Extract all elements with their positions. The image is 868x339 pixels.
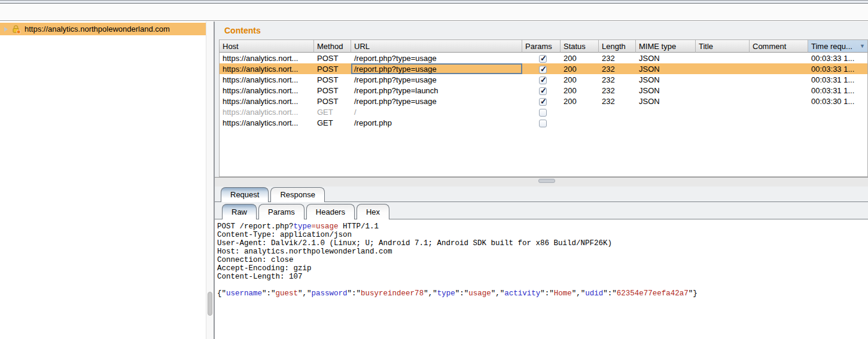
cell-status: 200 [561, 96, 599, 106]
column-header-label: Method [317, 42, 343, 51]
ssl-lock-icon [11, 25, 21, 34]
column-header-params[interactable]: Params [522, 40, 561, 53]
cell-url: /report.php?type=launch [351, 85, 522, 96]
cell-host: https://analytics.nort... [220, 96, 314, 106]
cell-status [561, 117, 599, 128]
splitter-handle[interactable] [538, 179, 555, 183]
cell-params [522, 53, 561, 63]
cell-host: https://analytics.nort... [220, 74, 314, 85]
table-row[interactable]: https://analytics.nort...POST/report.php… [220, 53, 867, 63]
cell-length [599, 117, 636, 128]
cell-url: /report.php [351, 117, 522, 128]
sitemap-node[interactable]: https://analytics.northpolewonderland.co… [0, 23, 206, 35]
viewer-tabs: RequestResponse [215, 187, 868, 202]
table-row[interactable]: https://analytics.nort...POST/report.php… [220, 85, 867, 96]
column-header-length[interactable]: Length [599, 40, 636, 53]
params-checkbox[interactable] [539, 120, 547, 127]
sitemap-panel: https://analytics.northpolewonderland.co… [0, 22, 206, 339]
requests-table: HostMethodURLParamsStatusLengthMIME type… [219, 39, 868, 177]
cell-status: 200 [561, 85, 599, 96]
cell-method: POST [314, 96, 351, 106]
cell-time: 00:03:33 1... [808, 63, 867, 74]
cell-title [696, 74, 750, 85]
request-line: User-Agent: Dalvik/2.1.0 (Linux; U; Andr… [217, 239, 868, 248]
params-checkbox[interactable] [539, 77, 547, 84]
cell-time: 00:03:31 1... [808, 85, 867, 96]
request-editor[interactable]: POST /report.php?type=usage HTTP/1.1Cont… [215, 219, 868, 339]
sitemap-scrollbar[interactable] [206, 22, 214, 339]
params-checkbox[interactable] [539, 98, 547, 106]
cell-title [696, 63, 750, 74]
column-header-label: MIME type [639, 42, 676, 51]
cell-method: GET [314, 106, 351, 117]
tab-response[interactable]: Response [270, 187, 325, 202]
sitemap-node-label: https://analytics.northpolewonderland.co… [25, 25, 170, 33]
cell-time [808, 106, 867, 117]
scrollbar-thumb[interactable] [208, 292, 212, 316]
cell-title [696, 85, 750, 96]
cell-title [696, 106, 750, 117]
cell-host: https://analytics.nort... [220, 63, 314, 74]
cell-url: /report.php?type=usage [351, 63, 522, 74]
cell-comment [750, 63, 808, 74]
cell-status [561, 106, 599, 117]
cell-length: 232 [599, 53, 636, 63]
column-header-label: Time requ... [811, 42, 852, 51]
column-header-label: Length [602, 42, 626, 51]
table-row[interactable]: https://analytics.nort...GET/report.php [220, 117, 867, 128]
column-header-url[interactable]: URL [351, 40, 522, 53]
cell-time: 00:03:31 1... [808, 74, 867, 85]
table-row[interactable]: https://analytics.nort...GET/ [220, 106, 867, 117]
column-header-label: Comment [753, 42, 786, 51]
subtab-raw[interactable]: Raw [222, 204, 257, 219]
filter-bar[interactable]: Filter: Hiding not found items; hiding C… [0, 4, 868, 21]
table-row[interactable]: https://analytics.nort...POST/report.php… [220, 74, 867, 85]
cell-host: https://analytics.nort... [220, 85, 314, 96]
column-header-label: Title [699, 42, 713, 51]
cell-mime [636, 106, 696, 117]
cell-status: 200 [561, 63, 599, 74]
column-header-time-requ[interactable]: Time requ...▼ [808, 40, 867, 53]
subtab-params[interactable]: Params [258, 204, 304, 219]
cell-length: 232 [599, 96, 636, 106]
cell-title [696, 96, 750, 106]
params-checkbox[interactable] [539, 55, 547, 63]
table-row[interactable]: https://analytics.nort...POST/report.php… [220, 96, 867, 106]
cell-method: POST [314, 85, 351, 96]
cell-comment [750, 74, 808, 85]
cell-mime: JSON [636, 85, 696, 96]
column-header-method[interactable]: Method [314, 40, 351, 53]
subtab-hex[interactable]: Hex [357, 204, 389, 219]
cell-method: GET [314, 117, 351, 128]
params-checkbox[interactable] [539, 66, 547, 74]
cell-length [599, 106, 636, 117]
contents-title: Contents [224, 26, 261, 35]
contents-panel: Contents HostMethodURLParamsStatusLength… [215, 22, 868, 339]
cell-host: https://analytics.nort... [220, 53, 314, 63]
tab-request[interactable]: Request [221, 187, 269, 202]
subtab-headers[interactable]: Headers [306, 204, 355, 219]
column-header-comment[interactable]: Comment [750, 40, 808, 53]
expand-arrow-icon[interactable] [4, 27, 8, 32]
table-row[interactable]: https://analytics.nort...POST/report.php… [220, 63, 867, 74]
cell-params [522, 85, 561, 96]
column-header-status[interactable]: Status [561, 40, 599, 53]
column-header-title[interactable]: Title [696, 40, 750, 53]
params-checkbox[interactable] [539, 87, 547, 95]
cell-comment [750, 117, 808, 128]
column-header-host[interactable]: Host [220, 40, 314, 53]
cell-mime: JSON [636, 96, 696, 106]
cell-time: 00:03:30 1... [808, 96, 867, 106]
table-header-row: HostMethodURLParamsStatusLengthMIME type… [220, 40, 867, 53]
request-line [217, 281, 868, 289]
cell-url: /report.php?type=usage [351, 53, 522, 63]
requests-table-body: https://analytics.nort...POST/report.php… [220, 53, 867, 128]
column-header-label: URL [354, 42, 370, 51]
splitter-zone [215, 177, 868, 187]
column-header-mime-type[interactable]: MIME type [636, 40, 696, 53]
cell-comment [750, 106, 808, 117]
cell-method: POST [314, 63, 351, 74]
request-line: Content-Length: 107 [217, 273, 868, 281]
params-checkbox[interactable] [539, 109, 547, 117]
cell-comment [750, 96, 808, 106]
